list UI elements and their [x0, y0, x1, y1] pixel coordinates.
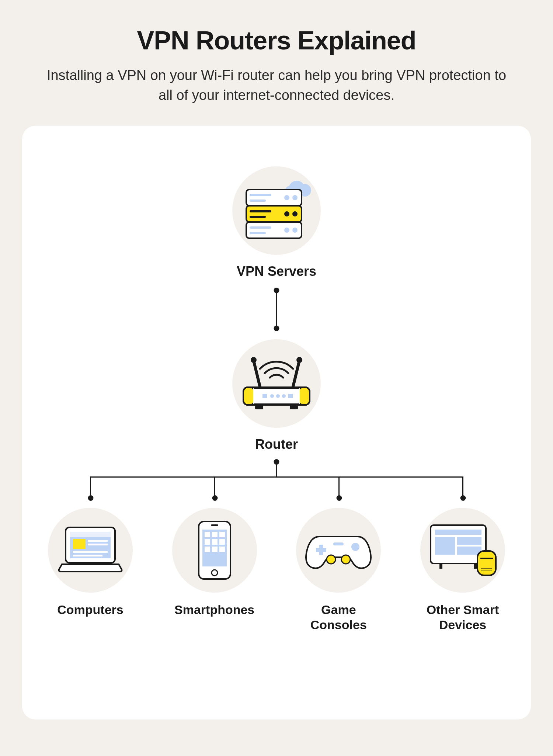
svg-point-18 — [292, 228, 298, 233]
device-smartphones-label: Smartphones — [174, 602, 254, 617]
svg-rect-52 — [205, 547, 210, 552]
svg-point-17 — [284, 228, 289, 233]
svg-rect-62 — [333, 542, 344, 545]
device-computers-circle — [48, 508, 133, 593]
svg-rect-53 — [212, 547, 218, 552]
server-stack-cloud-icon — [240, 176, 313, 246]
svg-rect-54 — [219, 547, 225, 552]
device-other-smart-circle — [420, 508, 505, 593]
svg-rect-48 — [219, 532, 225, 537]
game-controller-icon — [302, 523, 375, 578]
device-game-consoles-label: Game Consoles — [296, 602, 381, 632]
svg-rect-28 — [254, 403, 299, 405]
smartphone-icon — [191, 517, 239, 583]
device-computers: Computers — [48, 508, 133, 632]
svg-rect-51 — [219, 539, 225, 545]
svg-point-61 — [341, 555, 350, 564]
svg-rect-29 — [262, 394, 267, 398]
svg-rect-35 — [290, 406, 298, 409]
svg-rect-34 — [255, 406, 263, 409]
svg-rect-66 — [457, 537, 481, 545]
page-subtitle: Installing a VPN on your Wi-Fi router ca… — [41, 66, 512, 105]
svg-rect-65 — [435, 537, 455, 555]
connector-split — [48, 459, 505, 503]
svg-rect-49 — [205, 539, 210, 545]
svg-rect-39 — [73, 539, 86, 549]
svg-point-60 — [327, 555, 335, 564]
device-smartphones-circle — [172, 508, 257, 593]
svg-point-22 — [297, 358, 302, 362]
device-computers-label: Computers — [57, 602, 123, 617]
svg-point-20 — [251, 358, 256, 362]
svg-point-12 — [284, 211, 289, 216]
svg-rect-25 — [299, 387, 310, 405]
svg-line-19 — [254, 361, 260, 388]
router-label: Router — [255, 436, 298, 452]
svg-point-31 — [276, 394, 280, 398]
svg-point-30 — [270, 394, 274, 398]
vpn-servers-icon-circle — [232, 166, 321, 255]
svg-line-21 — [293, 361, 299, 388]
laptop-icon — [55, 521, 125, 580]
svg-rect-40 — [88, 540, 108, 542]
svg-rect-69 — [474, 564, 477, 569]
svg-point-32 — [282, 394, 286, 398]
router-icon-circle — [232, 339, 321, 428]
svg-rect-64 — [435, 530, 481, 535]
device-other-smart: Other Smart Devices — [420, 508, 505, 632]
svg-rect-42 — [73, 551, 108, 553]
vpn-servers-label: VPN Servers — [237, 263, 316, 280]
device-game-consoles: Game Consoles — [296, 508, 381, 632]
tv-speaker-icon — [424, 517, 501, 583]
svg-rect-70 — [477, 551, 496, 575]
devices-row: Computers — [48, 508, 505, 632]
svg-rect-38 — [70, 532, 111, 537]
svg-point-13 — [292, 211, 298, 216]
device-smartphones: Smartphones — [172, 508, 257, 632]
svg-rect-41 — [88, 544, 108, 545]
svg-rect-27 — [254, 387, 299, 389]
svg-rect-24 — [243, 387, 254, 405]
page-title: VPN Routers Explained — [22, 26, 531, 55]
svg-rect-68 — [439, 564, 442, 569]
svg-rect-56 — [211, 524, 218, 526]
svg-rect-50 — [212, 539, 218, 545]
device-other-smart-label: Other Smart Devices — [420, 602, 505, 632]
svg-rect-67 — [457, 547, 481, 555]
header: VPN Routers Explained Installing a VPN o… — [22, 26, 531, 105]
svg-rect-46 — [205, 532, 210, 537]
svg-point-7 — [284, 195, 289, 200]
connector-top — [276, 288, 277, 331]
svg-point-59 — [351, 543, 359, 551]
diagram-card: VPN Servers — [22, 126, 531, 719]
device-game-consoles-circle — [296, 508, 381, 593]
svg-rect-43 — [73, 555, 102, 556]
svg-point-8 — [292, 195, 298, 200]
wifi-router-icon — [236, 347, 317, 420]
svg-rect-33 — [288, 394, 293, 398]
svg-rect-47 — [212, 532, 218, 537]
svg-rect-58 — [316, 548, 326, 552]
diagram-column: VPN Servers — [48, 166, 505, 632]
